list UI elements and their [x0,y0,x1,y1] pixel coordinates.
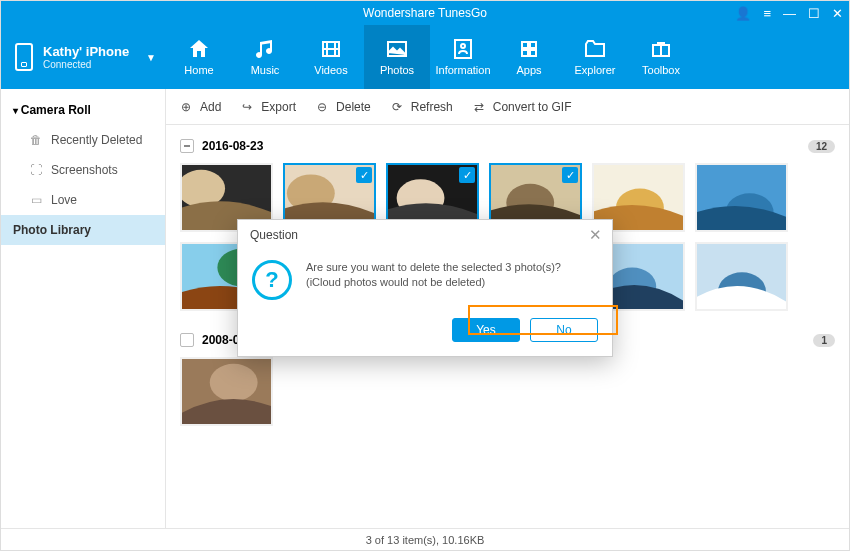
sidebar: Camera Roll 🗑Recently Deleted⛶Screenshot… [1,89,166,528]
phone-icon [15,43,33,71]
screenshot-icon: ⛶ [29,163,43,177]
home-icon [187,38,211,60]
menu-icon[interactable]: ≡ [763,6,771,21]
dialog-title: Question [250,228,298,242]
delete-button[interactable]: ⊖Delete [314,99,371,115]
apps-icon [517,38,541,60]
export-icon: ↪ [239,99,255,115]
group-count-badge: 1 [813,334,835,347]
refresh-icon: ⟳ [389,99,405,115]
nav-videos[interactable]: Videos [298,25,364,89]
status-bar: 3 of 13 item(s), 10.16KB [1,528,849,550]
header-nav: Kathy' iPhone Connected ▼ HomeMusicVideo… [1,25,849,89]
check-icon: ✓ [562,167,578,183]
close-icon[interactable]: ✕ [832,6,843,21]
no-button[interactable]: No [530,318,598,342]
sidebar-header[interactable]: Camera Roll [1,95,165,125]
check-icon: ✓ [459,167,475,183]
nav-photos[interactable]: Photos [364,25,430,89]
yes-button[interactable]: Yes [452,318,520,342]
question-icon: ? [252,260,292,300]
videos-icon [319,38,343,60]
chevron-down-icon[interactable]: ▼ [146,52,156,63]
minimize-icon[interactable]: — [783,6,796,21]
nav-apps[interactable]: Apps [496,25,562,89]
explorer-icon [583,38,607,60]
device-panel[interactable]: Kathy' iPhone Connected ▼ [1,25,166,89]
sidebar-item-recently-deleted[interactable]: 🗑Recently Deleted [1,125,165,155]
photo-thumbnail[interactable] [180,357,273,426]
svg-point-3 [461,44,465,48]
maximize-icon[interactable]: ☐ [808,6,820,21]
group-header[interactable]: 2016-08-2312 [180,135,835,163]
add-button[interactable]: ⊕Add [178,99,221,115]
nav-explorer[interactable]: Explorer [562,25,628,89]
image-icon: ▭ [29,193,43,207]
sidebar-item-screenshots[interactable]: ⛶Screenshots [1,155,165,185]
nav-music[interactable]: Music [232,25,298,89]
photo-thumbnail[interactable] [695,163,788,232]
photos-icon [385,38,409,60]
group-count-badge: 12 [808,140,835,153]
group-checkbox[interactable] [180,139,194,153]
status-text: 3 of 13 item(s), 10.16KB [366,534,485,546]
svg-rect-4 [522,42,528,48]
nav-information[interactable]: Information [430,25,496,89]
svg-point-34 [210,364,258,402]
svg-rect-7 [530,50,536,56]
device-status: Connected [43,59,129,70]
check-icon: ✓ [356,167,372,183]
convert-icon: ⇄ [471,99,487,115]
sidebar-item-photo-library[interactable]: Photo Library [1,215,165,245]
toolbar: ⊕Add ↪Export ⊖Delete ⟳Refresh ⇄Convert t… [166,89,849,125]
information-icon [451,38,475,60]
svg-rect-6 [522,50,528,56]
convert-gif-button[interactable]: ⇄Convert to GIF [471,99,572,115]
toolbox-icon [649,38,673,60]
export-button[interactable]: ↪Export [239,99,296,115]
app-title: Wondershare TunesGo [363,6,487,20]
plus-icon: ⊕ [178,99,194,115]
confirm-dialog: Question ✕ ? Are sure you want to delete… [237,219,613,357]
title-bar: Wondershare TunesGo 👤 ≡ — ☐ ✕ [1,1,849,25]
photo-thumbnail[interactable] [695,242,788,311]
dialog-message: Are sure you want to delete the selected… [306,260,598,300]
nav-home[interactable]: Home [166,25,232,89]
dialog-close-icon[interactable]: ✕ [589,226,602,244]
svg-rect-5 [530,42,536,48]
music-icon [253,38,277,60]
nav-toolbox[interactable]: Toolbox [628,25,694,89]
user-icon[interactable]: 👤 [735,6,751,21]
refresh-button[interactable]: ⟳Refresh [389,99,453,115]
trash-icon: 🗑 [29,133,43,147]
group-checkbox[interactable] [180,333,194,347]
minus-icon: ⊖ [314,99,330,115]
group-date: 2016-08-23 [202,139,263,153]
sidebar-item-love[interactable]: ▭Love [1,185,165,215]
device-name: Kathy' iPhone [43,44,129,59]
